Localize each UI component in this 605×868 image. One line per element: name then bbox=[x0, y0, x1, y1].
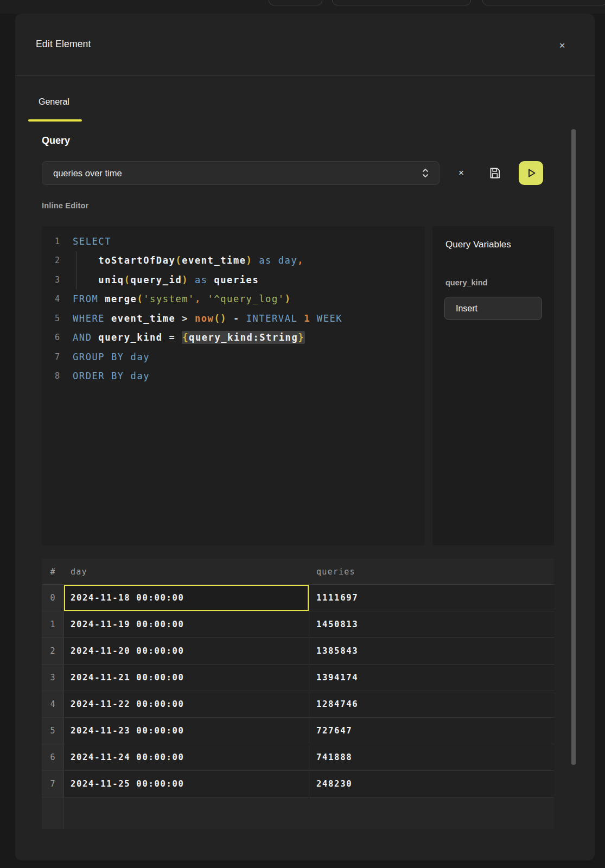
code-token: BY bbox=[111, 352, 124, 362]
code-lines: 1SELECT2 toStartOfDay(event_time) as day… bbox=[42, 232, 425, 386]
code-token bbox=[92, 332, 99, 343]
play-icon bbox=[525, 167, 538, 180]
code-token: SELECT bbox=[73, 236, 111, 247]
line-number: 6 bbox=[42, 333, 60, 342]
background-toolbar-button[interactable] bbox=[482, 0, 605, 5]
column-header-index: # bbox=[42, 559, 64, 584]
selected-day-cell[interactable]: 2024-11-18 00:00:00 bbox=[64, 585, 309, 611]
code-token: as bbox=[259, 255, 272, 266]
query-variables-panel: Query Variables query_kind Insert bbox=[432, 226, 554, 545]
queries-cell[interactable]: 727647 bbox=[309, 718, 554, 744]
code-line: 3 uniq(query_id) as queries bbox=[42, 270, 425, 290]
code-token bbox=[98, 293, 105, 304]
row-index-cell: 6 bbox=[42, 744, 64, 770]
queries-cell[interactable]: 1111697 bbox=[309, 585, 554, 611]
code-line-text: AND query_kind = {query_kind:String} bbox=[73, 332, 305, 343]
code-token: ( bbox=[124, 275, 131, 285]
day-cell[interactable]: 2024-11-25 00:00:00 bbox=[64, 771, 309, 797]
modal-scrollbar[interactable] bbox=[571, 129, 576, 765]
code-token bbox=[73, 255, 98, 266]
row-index-cell: 2 bbox=[42, 638, 64, 664]
code-token bbox=[310, 313, 317, 324]
run-query-button[interactable] bbox=[519, 161, 543, 185]
inline-editor: 1SELECT2 toStartOfDay(event_time) as day… bbox=[42, 226, 554, 545]
row-index-cell: 3 bbox=[42, 665, 64, 691]
queries-cell[interactable]: 1385843 bbox=[309, 638, 554, 664]
results-table-body: 02024-11-18 00:00:00111169712024-11-19 0… bbox=[42, 585, 554, 797]
code-line-text: uniq(query_id) as queries bbox=[73, 275, 259, 285]
code-token bbox=[175, 332, 182, 343]
code-token: queries bbox=[214, 275, 259, 285]
code-editor[interactable]: 1SELECT2 toStartOfDay(event_time) as day… bbox=[42, 226, 425, 545]
row-index-cell: 4 bbox=[42, 691, 64, 717]
queries-cell[interactable]: 1284746 bbox=[309, 691, 554, 717]
code-token bbox=[252, 255, 259, 266]
code-token: query_id bbox=[131, 275, 182, 285]
table-row: 62024-11-24 00:00:00741888 bbox=[42, 744, 554, 771]
line-number: 3 bbox=[42, 275, 60, 285]
code-token: merge bbox=[105, 293, 137, 304]
day-cell[interactable]: 2024-11-23 00:00:00 bbox=[64, 718, 309, 744]
queries-cell[interactable]: 248230 bbox=[309, 771, 554, 797]
code-line: 1SELECT bbox=[42, 232, 425, 251]
code-token: ) bbox=[182, 275, 188, 285]
code-line: 2 toStartOfDay(event_time) as day, bbox=[42, 251, 425, 271]
code-line-text: FROM merge('system', '^query_log') bbox=[73, 293, 291, 304]
edit-element-modal: Edit Element × General Query queries ove… bbox=[15, 14, 595, 860]
code-token: > bbox=[182, 313, 188, 324]
insert-button-label: Insert bbox=[456, 304, 477, 314]
row-index-cell: 1 bbox=[42, 611, 64, 637]
close-icon[interactable]: × bbox=[553, 36, 571, 54]
modal-title: Edit Element bbox=[36, 39, 91, 50]
day-cell[interactable]: 2024-11-22 00:00:00 bbox=[64, 691, 309, 717]
code-token bbox=[188, 313, 195, 324]
row-index-cell: 0 bbox=[42, 585, 64, 611]
query-variable-token: {query_kind:String} bbox=[182, 331, 305, 344]
code-line-text: WHERE event_time > now() - INTERVAL 1 WE… bbox=[73, 313, 342, 324]
code-token: ( bbox=[137, 293, 143, 304]
insert-variable-button[interactable]: Insert bbox=[444, 297, 542, 320]
code-token: AND bbox=[73, 332, 92, 343]
results-table-footer bbox=[42, 797, 554, 829]
tab-general[interactable]: General bbox=[39, 97, 69, 107]
table-row: 42024-11-22 00:00:001284746 bbox=[42, 691, 554, 718]
background-toolbar-button[interactable] bbox=[269, 0, 322, 5]
code-line-text: GROUP BY day bbox=[73, 352, 150, 362]
clear-query-button[interactable]: × bbox=[453, 165, 470, 181]
line-number: 2 bbox=[42, 256, 60, 265]
code-token bbox=[240, 313, 246, 324]
code-token: INTERVAL bbox=[246, 313, 298, 324]
day-cell[interactable]: 2024-11-24 00:00:00 bbox=[64, 744, 309, 770]
code-token: query_kind bbox=[98, 332, 162, 343]
code-token: toStartOfDay bbox=[98, 255, 175, 266]
save-query-button[interactable] bbox=[486, 165, 504, 181]
background-toolbar bbox=[0, 0, 605, 14]
code-token bbox=[272, 255, 278, 266]
code-token: GROUP bbox=[73, 352, 105, 362]
day-cell[interactable]: 2024-11-21 00:00:00 bbox=[64, 665, 309, 691]
queries-cell[interactable]: 741888 bbox=[309, 744, 554, 770]
code-line: 6AND query_kind = {query_kind:String} bbox=[42, 328, 425, 348]
queries-cell[interactable]: 1450813 bbox=[309, 611, 554, 637]
background-toolbar-button[interactable] bbox=[332, 0, 471, 5]
code-token bbox=[105, 371, 111, 381]
line-number: 7 bbox=[42, 352, 60, 362]
row-index-cell: 7 bbox=[42, 771, 64, 797]
code-token bbox=[201, 293, 208, 304]
query-select[interactable]: queries over time bbox=[42, 161, 440, 185]
results-table-header: # day queries bbox=[42, 559, 554, 585]
table-row: 22024-11-20 00:00:001385843 bbox=[42, 638, 554, 665]
code-token bbox=[73, 275, 98, 285]
code-token: day bbox=[278, 255, 298, 266]
query-select-value: queries over time bbox=[53, 168, 421, 178]
inline-editor-label: Inline Editor bbox=[42, 201, 88, 210]
table-row: 52024-11-23 00:00:00727647 bbox=[42, 718, 554, 744]
indent-guide bbox=[76, 251, 77, 290]
code-token: , bbox=[195, 293, 201, 304]
code-token: as bbox=[195, 275, 208, 285]
day-cell[interactable]: 2024-11-20 00:00:00 bbox=[64, 638, 309, 664]
code-token bbox=[105, 313, 111, 324]
day-cell[interactable]: 2024-11-19 00:00:00 bbox=[64, 611, 309, 637]
variable-name-label: query_kind bbox=[445, 278, 487, 287]
queries-cell[interactable]: 1394174 bbox=[309, 665, 554, 691]
